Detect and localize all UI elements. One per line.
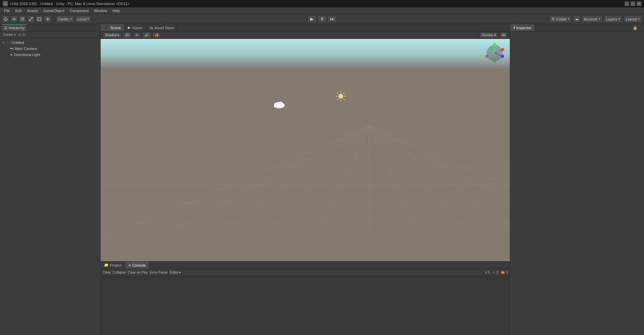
fx-button[interactable]: ✨ bbox=[152, 32, 161, 38]
inspector-expand-btn[interactable]: ⋮ bbox=[639, 26, 642, 30]
hierarchy-header: ☰ Hierarchy ⋮ bbox=[0, 24, 100, 32]
hierarchy-tab-label: Hierarchy bbox=[9, 26, 24, 30]
bottom-area: 📁 Project ≡ Console ⋮ Clear Collapse Cle… bbox=[101, 261, 510, 335]
scale-tool-button[interactable] bbox=[27, 15, 35, 23]
scene-panel-expand[interactable]: ⋮ bbox=[502, 24, 510, 31]
svg-marker-2 bbox=[14, 17, 14, 18]
pivot-mode-arrow: ▾ bbox=[70, 17, 72, 20]
menu-gameobject[interactable]: GameObject bbox=[41, 8, 67, 13]
clear-button[interactable]: Clear bbox=[103, 271, 111, 274]
move-tool-button[interactable] bbox=[10, 15, 18, 23]
layout-arrow: ▾ bbox=[638, 17, 640, 20]
maximize-button[interactable]: □ bbox=[631, 1, 635, 6]
cloud-button[interactable]: ☁ bbox=[573, 15, 580, 23]
title-bar: U Unity 2018.3.6f1 - Untitled - Unity - … bbox=[0, 0, 644, 7]
collab-button[interactable]: ⚙ Collab ▾ bbox=[549, 15, 572, 23]
svg-rect-9 bbox=[29, 20, 30, 21]
console-tab[interactable]: ≡ Console bbox=[125, 262, 149, 269]
search-filter: ⊕ bbox=[18, 33, 21, 37]
info-count: 0 bbox=[488, 271, 490, 274]
pause-button[interactable]: ⏸ bbox=[317, 15, 327, 23]
menu-window[interactable]: Window bbox=[91, 8, 110, 13]
scene-arrow-icon: ▼ bbox=[2, 41, 5, 44]
warning-icon: ⚠ bbox=[492, 271, 495, 274]
pivot-rotation-dropdown[interactable]: Local ▾ bbox=[75, 15, 91, 23]
warning-badge[interactable]: ⚠ 0 bbox=[492, 271, 498, 274]
hierarchy-panel: ☰ Hierarchy ⋮ Create ▾ ⊕ All ▼ ⬛ Untitle… bbox=[0, 24, 101, 335]
asset-store-tab-icon: 🛍 bbox=[149, 26, 153, 30]
layout-label: Layout bbox=[626, 17, 637, 21]
gizmo-widget[interactable]: X Y Z ◁ Persp bbox=[483, 42, 506, 66]
menu-help[interactable]: Help bbox=[110, 8, 123, 13]
transform-tool-button[interactable] bbox=[44, 15, 51, 23]
svg-line-25 bbox=[262, 126, 369, 240]
clear-on-play-button[interactable]: Clear on Play bbox=[128, 271, 148, 274]
menu-component[interactable]: Component bbox=[67, 8, 91, 13]
rotate-tool-button[interactable] bbox=[19, 15, 26, 23]
layers-dropdown[interactable]: Layers ▾ bbox=[604, 15, 622, 23]
rect-tool-button[interactable] bbox=[36, 15, 43, 23]
game-tab[interactable]: ▶ Game bbox=[124, 24, 146, 31]
project-tab[interactable]: 📁 Project bbox=[101, 262, 125, 269]
minimize-button[interactable]: — bbox=[625, 1, 629, 6]
all-filter-dropdown[interactable]: All bbox=[499, 32, 508, 38]
close-button[interactable]: ✕ bbox=[637, 1, 641, 6]
hierarchy-tab[interactable]: ☰ Hierarchy bbox=[2, 24, 27, 31]
step-button[interactable]: ⏭ bbox=[327, 15, 337, 23]
create-button[interactable]: Create ▾ bbox=[2, 33, 17, 37]
directional-light-item[interactable]: ▷ ☀ Directional Light bbox=[0, 52, 100, 58]
editor-dropdown[interactable]: Editor ▾ bbox=[170, 271, 181, 274]
layout-dropdown[interactable]: Layout ▾ bbox=[624, 15, 642, 23]
console-tab-icon: ≡ bbox=[128, 263, 130, 267]
scene-tab[interactable]: ⬛ Scene bbox=[101, 24, 124, 31]
play-button[interactable]: ▶ bbox=[307, 15, 317, 23]
info-badge[interactable]: ℹ 0 bbox=[485, 271, 490, 274]
error-pause-button[interactable]: Error Pause bbox=[150, 271, 168, 274]
bottom-expand-btn[interactable]: ⋮ bbox=[502, 262, 510, 269]
lock-icon[interactable]: 🔒 bbox=[633, 25, 638, 30]
lighting-button[interactable]: ☀ bbox=[133, 32, 141, 38]
game-tab-label: Game bbox=[132, 26, 142, 30]
svg-line-40 bbox=[343, 92, 345, 94]
menu-edit[interactable]: Edit bbox=[13, 8, 24, 13]
scene-viewport[interactable]: .grid-line { stroke: rgba(180,170,160,0.… bbox=[101, 39, 510, 261]
hand-tool-button[interactable] bbox=[2, 15, 9, 23]
svg-point-33 bbox=[338, 94, 343, 99]
svg-line-32 bbox=[369, 126, 510, 240]
gizmos-dropdown[interactable]: Gizmos ▾ bbox=[479, 32, 498, 38]
light-arrow-icon: ▷ bbox=[5, 53, 9, 56]
scene-tab-label: Scene bbox=[110, 26, 121, 30]
hierarchy-expand-btn[interactable]: ⋮ bbox=[95, 26, 98, 30]
inspector-header-right: 🔒 ⋮ bbox=[631, 24, 644, 31]
separator-1 bbox=[53, 16, 54, 22]
inspector-tab-icon: ℹ bbox=[514, 25, 515, 30]
audio-button[interactable]: 🔊 bbox=[142, 32, 151, 38]
asset-store-tab[interactable]: 🛍 Asset Store bbox=[146, 24, 177, 31]
menu-file[interactable]: File bbox=[1, 8, 13, 13]
window-title: Unity 2018.3.6f1 - Untitled - Unity - PC… bbox=[10, 2, 623, 6]
unity-logo: U bbox=[3, 1, 8, 6]
account-dropdown[interactable]: Account ▾ bbox=[582, 15, 602, 23]
menu-assets[interactable]: Assets bbox=[24, 8, 41, 13]
main-camera-item[interactable]: ▷ 📷 Main Camera bbox=[0, 46, 100, 52]
collapse-button[interactable]: Collapse bbox=[113, 271, 126, 274]
error-badge[interactable]: ⛔ 0 bbox=[501, 271, 508, 274]
console-toolbar: Clear Collapse Clear on Play Error Pause… bbox=[101, 269, 510, 276]
center-column: ⬛ Scene ▶ Game 🛍 Asset Store ⋮ Shaded ▾ bbox=[101, 24, 510, 335]
scene-tab-icon: ⬛ bbox=[104, 25, 109, 30]
2d-button[interactable]: 2D bbox=[123, 32, 132, 38]
svg-marker-4 bbox=[12, 19, 13, 19]
console-badges: ℹ 0 ⚠ 0 ⛔ 0 bbox=[485, 271, 508, 274]
audio-icon: 🔊 bbox=[145, 33, 149, 37]
gizmos-label: Gizmos bbox=[482, 33, 493, 37]
svg-text:Y: Y bbox=[494, 42, 496, 44]
window-controls[interactable]: — □ ✕ bbox=[625, 1, 641, 6]
shaded-dropdown[interactable]: Shaded ▾ bbox=[103, 32, 121, 38]
pivot-mode-dropdown[interactable]: Center ▾ bbox=[56, 15, 74, 23]
toolbar-left: Center ▾ Local ▾ bbox=[0, 15, 93, 23]
inspector-tab[interactable]: ℹ Inspector bbox=[510, 24, 535, 31]
collab-label: Collab bbox=[556, 17, 567, 21]
scene-panel-header: ⬛ Scene ▶ Game 🛍 Asset Store ⋮ bbox=[101, 24, 510, 32]
scene-root-item[interactable]: ▼ ⬛ Untitled bbox=[0, 40, 100, 46]
scene-toolbar-right: Gizmos ▾ All bbox=[479, 32, 508, 38]
